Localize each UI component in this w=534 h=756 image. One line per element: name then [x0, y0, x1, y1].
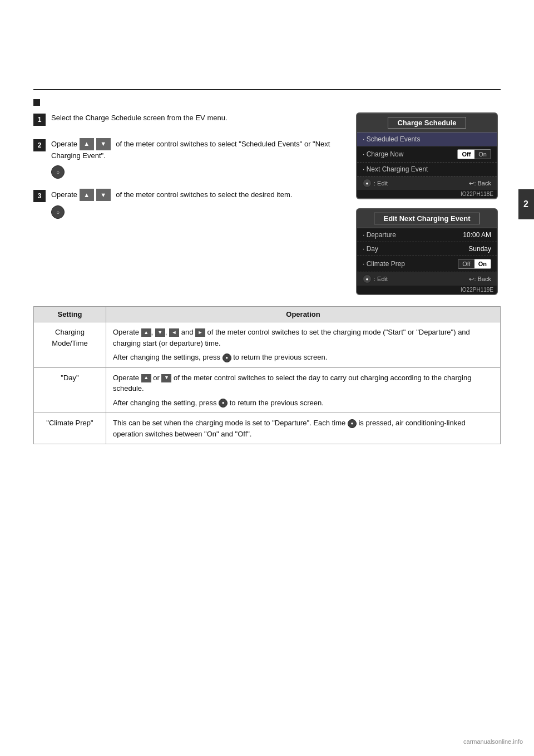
- screen2-back-label: ↩: Back: [469, 276, 491, 283]
- setting-climate-prep: "Climate Prep": [34, 413, 106, 444]
- steps-column: 1 Select the Charge Schedule screen from…: [33, 112, 345, 295]
- section-bullet-icon: [33, 99, 40, 106]
- screen1-back-label: ↩: Back: [469, 180, 491, 187]
- operation-charging-mode: Operate ▲, ▼, ◄ and ► of the meter contr…: [106, 322, 501, 368]
- screen1-row-scheduled-events: · Scheduled Events: [357, 132, 497, 146]
- screen1-circle-icon: ●: [363, 179, 372, 188]
- down-arrow-inline-icon: ▼: [155, 328, 165, 337]
- circle-icon-2: ●: [219, 399, 228, 408]
- step-2-block: 2 Operate ▲ ▼ of the meter control switc…: [33, 138, 345, 179]
- step-2-circle-btn: ○: [51, 165, 65, 179]
- right-arrow-inline-icon: ►: [195, 328, 205, 337]
- setting-charging-mode: Charging Mode/Time: [34, 322, 106, 368]
- step-3-block: 3 Operate ▲ ▼ of the meter control switc…: [33, 189, 345, 219]
- step-1-number: 1: [33, 114, 46, 126]
- down-arrow-2-icon: ▼: [96, 189, 111, 201]
- charge-now-toggle[interactable]: Off On: [457, 149, 491, 159]
- table-row-climate-prep: "Climate Prep" This can be set when the …: [34, 413, 501, 444]
- screen2-footer: ● : Edit ↩: Back: [357, 272, 497, 286]
- circle-icon-1: ●: [222, 354, 231, 362]
- screen2-edit-label: ● : Edit: [363, 274, 388, 283]
- climate-prep-off-option[interactable]: Off: [458, 259, 474, 268]
- screen2-title-bar: Edit Next Charging Event: [357, 209, 497, 228]
- step-3-text: Operate ▲ ▼ of the meter control switche…: [51, 189, 345, 201]
- screen2-title: Edit Next Charging Event: [374, 213, 479, 224]
- step-1-text: Select the Charge Schedule screen from t…: [51, 112, 345, 124]
- step-3-up-icon: ▲ ▼: [80, 189, 111, 201]
- edit-next-charging-screen: Edit Next Charging Event · Departure 10:…: [356, 208, 498, 295]
- screen1-row-charge-now: · Charge Now Off On: [357, 146, 497, 163]
- up-arrow-inline-icon: ▲: [141, 328, 151, 337]
- table-header-operation: Operation: [106, 307, 501, 322]
- climate-prep-toggle[interactable]: Off On: [458, 259, 491, 269]
- charge-schedule-screen: Charge Schedule · Scheduled Events · Cha…: [356, 112, 498, 199]
- screen1-title: Charge Schedule: [388, 117, 466, 129]
- site-logo: carmanualsonline.info: [463, 738, 523, 745]
- step-1-block: 1 Select the Charge Schedule screen from…: [33, 112, 345, 128]
- steps-and-screens: 1 Select the Charge Schedule screen from…: [33, 112, 501, 295]
- operation-day: Operate ▲ or ▼ of the meter control swit…: [106, 367, 501, 413]
- charge-now-on-option[interactable]: On: [474, 150, 491, 159]
- screen2-row-departure: · Departure 10:00 AM: [357, 228, 497, 242]
- screens-column: Charge Schedule · Scheduled Events · Cha…: [356, 112, 501, 295]
- screen1-edit-label: ● : Edit: [363, 179, 388, 188]
- screen2-image-code: IO22PH119E: [357, 286, 497, 294]
- main-content: 1 Select the Charge Schedule screen from…: [33, 99, 501, 444]
- setting-day: "Day": [34, 367, 106, 413]
- step-2-up-icon: ▲ ▼: [80, 138, 111, 150]
- day-value: Sunday: [468, 245, 491, 253]
- left-arrow-inline-icon: ◄: [169, 328, 179, 337]
- table-row-day: "Day" Operate ▲ or ▼ of the meter contro…: [34, 367, 501, 413]
- screen1-row-next-charging: · Next Charging Event: [357, 163, 497, 176]
- up-arrow-day-icon: ▲: [141, 374, 151, 382]
- section-header: [33, 99, 501, 106]
- step-2-number: 2: [33, 139, 46, 151]
- up-arrow-icon: ▲: [80, 138, 94, 150]
- screen2-circle-icon: ●: [363, 274, 372, 283]
- chapter-tab: 2: [518, 189, 534, 219]
- screen1-title-bar: Charge Schedule: [357, 114, 497, 132]
- step-3-circle-btn: ○: [51, 205, 65, 219]
- screen2-row-day: · Day Sunday: [357, 242, 497, 256]
- screen1-image-code: IO22PH118E: [357, 190, 497, 198]
- screen1-footer: ● : Edit ↩: Back: [357, 176, 497, 190]
- up-arrow-2-icon: ▲: [80, 189, 94, 201]
- info-table: Setting Operation Charging Mode/Time Ope…: [33, 306, 501, 444]
- down-arrow-day-icon: ▼: [161, 374, 171, 382]
- down-arrow-icon: ▼: [96, 138, 111, 150]
- climate-prep-on-option[interactable]: On: [474, 259, 491, 268]
- operation-climate-prep: This can be set when the charging mode i…: [106, 413, 501, 444]
- table-header-setting: Setting: [34, 307, 106, 322]
- circle-icon-3: ●: [348, 419, 357, 428]
- charge-now-off-option[interactable]: Off: [458, 150, 474, 159]
- top-rule: [33, 89, 501, 90]
- step-2-text: Operate ▲ ▼ of the meter control switche…: [51, 138, 345, 161]
- screen2-row-climate-prep: · Climate Prep Off On: [357, 256, 497, 272]
- table-row-charging-mode: Charging Mode/Time Operate ▲, ▼, ◄ and ►…: [34, 322, 501, 368]
- step-3-number: 3: [33, 190, 46, 202]
- departure-time-value: 10:00 AM: [463, 231, 491, 239]
